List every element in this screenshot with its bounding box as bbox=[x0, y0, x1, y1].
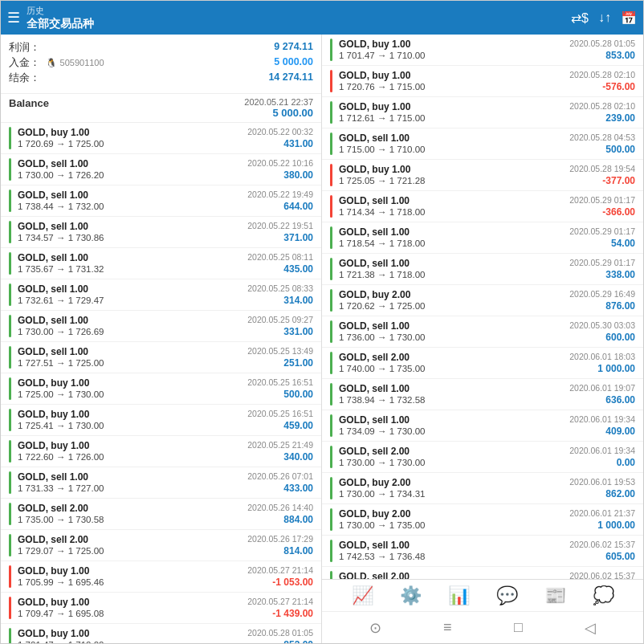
left-trade-item: GOLD, buy 1.002020.05.28 01:051 701.47 →… bbox=[1, 624, 321, 643]
trade-prices: 1 729.07 → 1 725.00 bbox=[18, 546, 104, 556]
right-trade-item: GOLD, sell 1.002020.06.01 19:071 738.94 … bbox=[322, 379, 643, 410]
trade-bar bbox=[9, 221, 11, 243]
trade-date: 2020.05.22 19:49 bbox=[247, 190, 313, 201]
trade-bar bbox=[9, 346, 11, 369]
trade-date: 2020.05.29 01:17 bbox=[569, 258, 635, 269]
trade-date: 2020.05.25 08:33 bbox=[247, 283, 313, 295]
back-btn[interactable]: ◁ bbox=[585, 619, 596, 637]
trade-prices: 1 734.57 → 1 730.86 bbox=[18, 233, 104, 243]
trade-profit: 251.00 bbox=[283, 357, 313, 369]
header-icons: ⇄$ ↓↑ 📅 bbox=[571, 10, 637, 26]
trade-type: GOLD, sell 1.00 bbox=[18, 471, 88, 483]
settings-nav-icon[interactable]: ⚙️ bbox=[400, 585, 422, 606]
trade-type: GOLD, buy 2.00 bbox=[339, 289, 410, 300]
balance-row-summary: 结余： 14 274.11 bbox=[9, 71, 313, 85]
right-trade-item: GOLD, sell 1.002020.05.29 01:171 714.34 … bbox=[322, 191, 643, 222]
news-nav-icon[interactable]: 📰 bbox=[544, 585, 566, 606]
profit-value: 9 274.11 bbox=[274, 41, 313, 55]
trade-type: GOLD, sell 1.00 bbox=[18, 315, 88, 326]
trade-prices: 1 742.53 → 1 736.48 bbox=[339, 552, 425, 562]
trade-prices: 1 721.38 → 1 718.00 bbox=[339, 270, 425, 280]
trade-type: GOLD, buy 2.00 bbox=[339, 508, 410, 520]
left-trade-item: GOLD, sell 1.002020.05.26 07:011 731.33 … bbox=[1, 467, 321, 499]
left-trade-item: GOLD, sell 2.002020.05.26 14:401 735.00 … bbox=[1, 499, 321, 530]
trade-type: GOLD, sell 2.00 bbox=[18, 534, 88, 545]
right-trade-item: GOLD, buy 1.002020.05.28 02:101 720.76 →… bbox=[322, 66, 643, 97]
trade-type: GOLD, sell 1.00 bbox=[18, 252, 88, 263]
trade-type: GOLD, buy 1.00 bbox=[18, 597, 89, 608]
deposit-value: 5 000.00 bbox=[274, 56, 313, 70]
sort-icon[interactable]: ↓↑ bbox=[598, 10, 611, 25]
menu-btn[interactable]: ≡ bbox=[443, 619, 452, 636]
header-title: 全部交易品种 bbox=[26, 17, 571, 31]
trade-prices: 1 731.33 → 1 727.00 bbox=[18, 483, 104, 494]
trade-prices: 1 701.47 → 1 710.00 bbox=[339, 51, 425, 61]
trade-profit: 853.00 bbox=[605, 50, 635, 61]
currency-swap-icon[interactable]: ⇄$ bbox=[571, 10, 589, 26]
chart-nav-icon[interactable]: 📈 bbox=[352, 585, 373, 606]
left-trade-item: GOLD, buy 1.002020.05.22 00:321 720.69 →… bbox=[1, 123, 321, 154]
header-title-block: 历史 全部交易品种 bbox=[26, 5, 571, 31]
trade-bar bbox=[330, 195, 332, 218]
trade-bar bbox=[9, 409, 11, 431]
menu-icon[interactable]: ☰ bbox=[7, 9, 20, 26]
trade-profit: 409.00 bbox=[605, 426, 635, 437]
left-trade-item: GOLD, sell 1.002020.05.25 09:271 730.00 … bbox=[1, 311, 321, 342]
right-trade-item: GOLD, buy 1.002020.05.28 02:101 712.61 →… bbox=[322, 97, 643, 128]
trade-date: 2020.05.28 04:53 bbox=[569, 132, 635, 144]
trade-prices: 1 712.61 → 1 715.00 bbox=[339, 113, 425, 124]
trade-bar bbox=[330, 70, 332, 92]
trade-bar bbox=[330, 383, 332, 406]
left-trade-item: GOLD, sell 1.002020.05.25 08:111 735.67 … bbox=[1, 248, 321, 279]
right-trade-item: GOLD, sell 2.002020.06.01 19:341 730.00 … bbox=[322, 442, 643, 473]
trade-profit: 876.00 bbox=[605, 300, 635, 312]
trade-date: 2020.05.25 13:49 bbox=[247, 346, 313, 357]
trade-bar bbox=[9, 127, 11, 149]
right-trade-item: GOLD, sell 1.002020.05.29 01:171 721.38 … bbox=[322, 254, 643, 285]
trade-date: 2020.05.26 17:29 bbox=[247, 534, 313, 545]
trade-profit: 1 000.00 bbox=[597, 363, 635, 374]
trade-type: GOLD, buy 1.00 bbox=[18, 440, 89, 451]
home-btn[interactable]: ⊙ bbox=[369, 619, 381, 637]
trade-date: 2020.05.25 16:51 bbox=[247, 377, 313, 389]
trade-prices: 1 730.00 → 1 730.00 bbox=[339, 458, 425, 468]
deposit-label: 入金： 🐧 505901100 bbox=[9, 56, 104, 70]
message-nav-icon[interactable]: 💬 bbox=[496, 585, 518, 606]
trade-prices: 1 701.47 → 1 710.00 bbox=[18, 640, 104, 643]
calendar-icon[interactable]: 📅 bbox=[621, 10, 637, 26]
trade-type: GOLD, sell 1.00 bbox=[18, 190, 88, 201]
right-trade-item: GOLD, sell 2.002020.06.02 15:371 739.77 … bbox=[322, 567, 643, 579]
right-trade-item: GOLD, buy 2.002020.05.29 16:491 720.62 →… bbox=[322, 285, 643, 316]
trade-profit: 0.00 bbox=[617, 457, 635, 468]
trade-bar bbox=[330, 132, 332, 155]
header-subtitle: 历史 bbox=[26, 5, 571, 17]
trade-date: 2020.05.30 03:03 bbox=[569, 320, 635, 332]
trade-bar bbox=[330, 289, 332, 312]
trade-profit: -366.00 bbox=[602, 206, 635, 218]
square-btn[interactable]: □ bbox=[514, 619, 523, 636]
trade-prices: 1 720.76 → 1 715.00 bbox=[339, 82, 425, 92]
trade-profit: 371.00 bbox=[283, 232, 313, 243]
trade-type: GOLD, sell 1.00 bbox=[339, 132, 410, 144]
left-trade-item: GOLD, buy 1.002020.05.25 16:511 725.41 →… bbox=[1, 405, 321, 436]
trade-date: 2020.05.22 00:32 bbox=[247, 127, 313, 138]
trade-type: GOLD, buy 1.00 bbox=[18, 628, 89, 639]
chat-nav-icon[interactable]: 💭 bbox=[593, 585, 614, 606]
header: ☰ 历史 全部交易品种 ⇄$ ↓↑ 📅 bbox=[1, 1, 643, 35]
trade-profit: 431.00 bbox=[283, 138, 313, 149]
trade-date: 2020.06.01 19:34 bbox=[569, 446, 635, 457]
trade-type: GOLD, sell 1.00 bbox=[339, 540, 410, 551]
trade-prices: 1 740.00 → 1 735.00 bbox=[339, 364, 425, 374]
watermark-text: 505901100 bbox=[60, 58, 104, 67]
main-content: 利润： 9 274.11 入金： 🐧 505901100 5 000.00 结余… bbox=[1, 35, 643, 643]
trade-prices: 1 722.60 → 1 726.00 bbox=[18, 452, 104, 463]
trade-prices: 1 714.34 → 1 718.00 bbox=[339, 207, 425, 218]
trade-profit: 380.00 bbox=[283, 169, 313, 181]
trade-prices: 1 705.99 → 1 695.46 bbox=[18, 577, 104, 588]
trade-prices: 1 725.00 → 1 730.00 bbox=[18, 389, 104, 400]
analytics-nav-icon[interactable]: 📊 bbox=[448, 585, 470, 606]
trade-prices: 1 732.61 → 1 729.47 bbox=[18, 296, 104, 306]
trade-date: 2020.05.28 19:54 bbox=[569, 164, 635, 175]
right-trade-item: GOLD, sell 1.002020.05.30 03:031 736.00 … bbox=[322, 316, 643, 348]
trade-bar bbox=[9, 190, 11, 212]
